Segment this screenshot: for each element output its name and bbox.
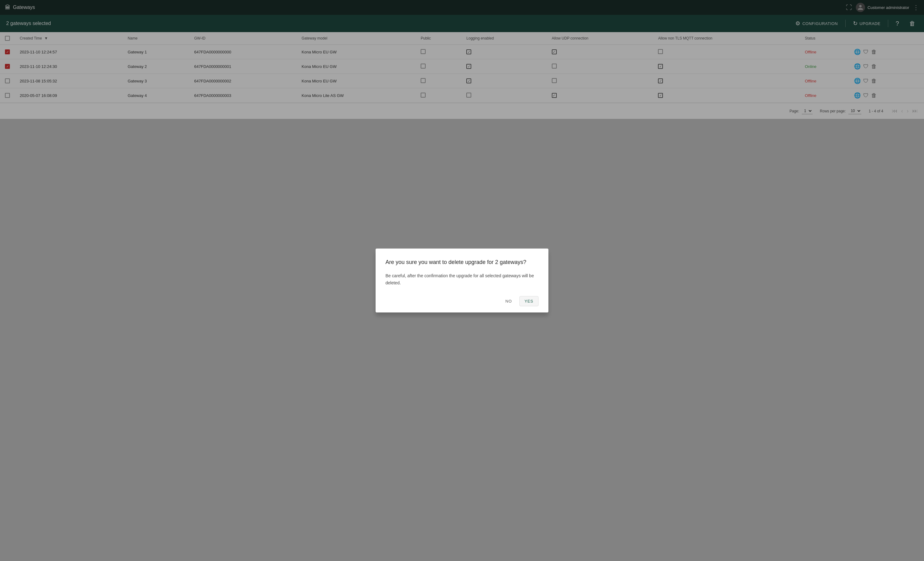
confirm-dialog: Are you sure you want to delete upgrade … — [376, 248, 548, 313]
dialog-title: Are you sure you want to delete upgrade … — [386, 259, 538, 266]
dialog-overlay[interactable]: Are you sure you want to delete upgrade … — [0, 0, 924, 561]
dialog-actions: NO YES — [386, 296, 538, 306]
dialog-body: Be careful, after the confirmation the u… — [386, 272, 538, 286]
dialog-yes-button[interactable]: YES — [519, 296, 538, 306]
dialog-no-button[interactable]: NO — [500, 296, 517, 306]
